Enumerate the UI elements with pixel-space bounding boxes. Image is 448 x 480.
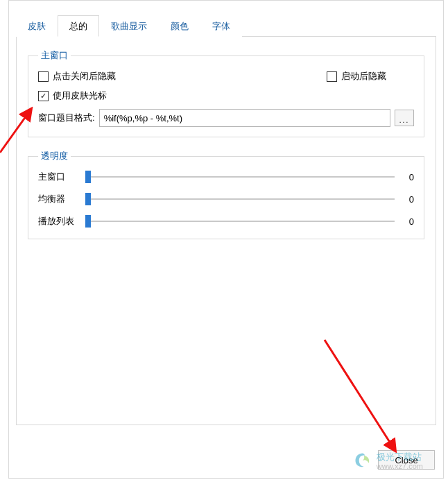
slider-playlist-label: 播放列表 [38,215,78,228]
checkbox-start-hidden-box [327,71,337,82]
slider-playlist[interactable] [85,215,395,228]
slider-playlist-value: 0 [402,216,414,227]
slider-eq-thumb[interactable] [85,193,91,205]
tab-song-display[interactable]: 歌曲显示 [99,15,159,37]
checkbox-close-hide-label: 点击关闭后隐藏 [53,70,116,83]
slider-row-playlist: 播放列表 0 [38,215,414,228]
title-format-label: 窗口题目格式: [38,112,95,124]
slider-main-label: 主窗口 [38,171,78,183]
tab-general[interactable]: 总的 [58,15,99,37]
slider-main-thumb[interactable] [85,171,91,183]
slider-eq[interactable] [85,193,395,205]
checkbox-use-skin-cursor-box [38,91,49,101]
tab-color[interactable]: 颜色 [159,15,200,37]
checkbox-use-skin-cursor[interactable]: 使用皮肤光标 [38,89,107,102]
tab-skin[interactable]: 皮肤 [16,15,58,37]
slider-main[interactable] [85,171,395,183]
checkbox-start-hidden[interactable]: 启动后隐藏 [327,70,386,83]
group-opacity: 透明度 主窗口 0 均衡器 0 [28,150,424,239]
title-format-more-button[interactable]: ... [395,110,414,126]
checkbox-use-skin-cursor-label: 使用皮肤光标 [53,89,107,102]
title-format-input[interactable] [99,109,390,127]
tab-font[interactable]: 字体 [200,15,242,37]
group-opacity-legend: 透明度 [38,150,71,162]
slider-row-eq: 均衡器 0 [38,193,414,205]
slider-main-value: 0 [402,172,414,182]
checkbox-close-hide[interactable]: 点击关闭后隐藏 [38,70,116,83]
close-button[interactable]: Close [378,450,435,470]
slider-row-main: 主窗口 0 [38,171,414,183]
checkbox-start-hidden-label: 启动后隐藏 [341,70,386,83]
slider-eq-value: 0 [402,194,414,205]
group-main-window-legend: 主窗口 [38,49,71,62]
group-main-window: 主窗口 点击关闭后隐藏 启动后隐藏 使用皮肤光标 [28,49,424,137]
tab-bar: 皮肤 总的 歌曲显示 颜色 字体 [16,15,436,37]
checkbox-close-hide-box [38,71,49,82]
settings-window: 皮肤 总的 歌曲显示 颜色 字体 主窗口 点击关闭后隐藏 启动后隐藏 [8,0,444,479]
slider-eq-label: 均衡器 [38,193,78,205]
slider-playlist-thumb[interactable] [85,215,91,228]
tab-panel-general: 主窗口 点击关闭后隐藏 启动后隐藏 使用皮肤光标 [16,37,436,425]
